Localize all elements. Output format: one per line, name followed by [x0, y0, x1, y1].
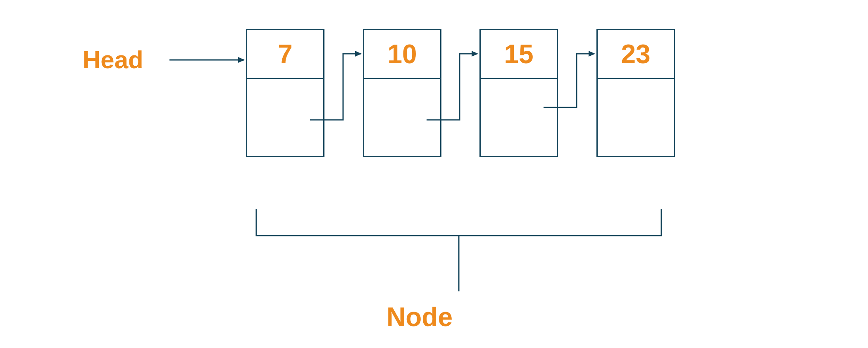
node-value: 23	[598, 30, 674, 79]
list-node: 23	[596, 29, 675, 157]
node-value: 10	[364, 30, 440, 79]
node-value: 15	[481, 30, 557, 79]
node-bracket	[256, 209, 661, 291]
list-node: 15	[479, 29, 558, 157]
linked-list-diagram: Head 7 10 15 23 Node	[0, 0, 868, 348]
head-label: Head	[83, 45, 143, 74]
node-value: 7	[247, 30, 323, 79]
list-node: 7	[246, 29, 324, 157]
list-node: 10	[363, 29, 441, 157]
node-bracket-label: Node	[386, 302, 453, 332]
